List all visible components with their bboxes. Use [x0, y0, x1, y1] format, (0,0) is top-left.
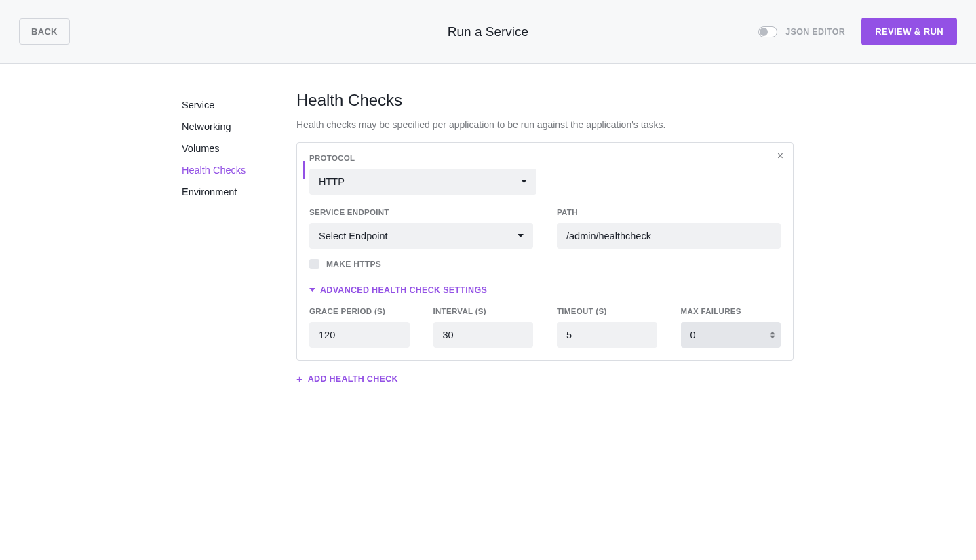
timeout-input[interactable] [557, 322, 657, 348]
sidebar-item-networking[interactable]: Networking [182, 116, 277, 138]
plus-icon: + [296, 373, 302, 384]
endpoint-path-row: SERVICE ENDPOINT PATH [309, 208, 781, 249]
protocol-select[interactable] [309, 169, 536, 195]
close-icon[interactable]: × [777, 151, 783, 161]
path-label: PATH [557, 208, 781, 216]
advanced-settings-label: ADVANCED HEALTH CHECK SETTINGS [320, 285, 487, 295]
advanced-settings-toggle[interactable]: ADVANCED HEALTH CHECK SETTINGS [309, 285, 781, 295]
page-title: Run a Service [448, 24, 528, 39]
json-editor-toggle[interactable] [758, 26, 777, 37]
protocol-select-wrap [309, 169, 536, 195]
health-check-card: × PROTOCOL SERVICE ENDPOINT PATH [296, 142, 794, 361]
grace-period-label: GRACE PERIOD (S) [309, 307, 410, 315]
add-health-check-button[interactable]: + ADD HEALTH CHECK [296, 373, 957, 384]
make-https-checkbox[interactable] [309, 259, 319, 269]
main-title: Health Checks [296, 91, 957, 110]
max-failures-input[interactable] [681, 322, 781, 348]
interval-input[interactable] [433, 322, 534, 348]
json-editor-toggle-wrap: JSON EDITOR [758, 26, 845, 37]
endpoint-select-wrap [309, 223, 533, 249]
endpoint-select[interactable] [309, 223, 533, 249]
sidebar-item-environment[interactable]: Environment [182, 181, 277, 203]
sidebar-item-health-checks[interactable]: Health Checks [182, 159, 277, 181]
sidebar-item-volumes[interactable]: Volumes [182, 138, 277, 159]
endpoint-label: SERVICE ENDPOINT [309, 208, 533, 216]
make-https-label: MAKE HTTPS [326, 260, 381, 269]
max-failures-label: MAX FAILURES [681, 307, 781, 315]
review-run-button[interactable]: REVIEW & RUN [861, 18, 957, 45]
back-button[interactable]: BACK [19, 18, 70, 45]
interval-label: INTERVAL (S) [433, 307, 534, 315]
header: BACK Run a Service JSON EDITOR REVIEW & … [0, 0, 976, 64]
header-right: JSON EDITOR REVIEW & RUN [758, 18, 957, 45]
sidebar-item-service[interactable]: Service [182, 94, 277, 116]
advanced-fields-row: GRACE PERIOD (S) INTERVAL (S) TIMEOUT (S… [309, 307, 781, 348]
timeout-label: TIMEOUT (S) [557, 307, 657, 315]
caret-down-icon [309, 288, 315, 292]
protocol-label: PROTOCOL [309, 154, 781, 162]
content: Service Networking Volumes Health Checks… [0, 64, 976, 560]
path-input[interactable] [557, 223, 781, 249]
grace-period-input[interactable] [309, 322, 410, 348]
add-health-check-label: ADD HEALTH CHECK [308, 374, 398, 384]
sidebar: Service Networking Volumes Health Checks… [0, 64, 277, 560]
main-description: Health checks may be specified per appli… [296, 119, 957, 130]
make-https-row: MAKE HTTPS [309, 259, 781, 269]
main: Health Checks Health checks may be speci… [277, 64, 976, 560]
toggle-knob-icon [760, 28, 768, 36]
json-editor-label: JSON EDITOR [785, 27, 845, 37]
